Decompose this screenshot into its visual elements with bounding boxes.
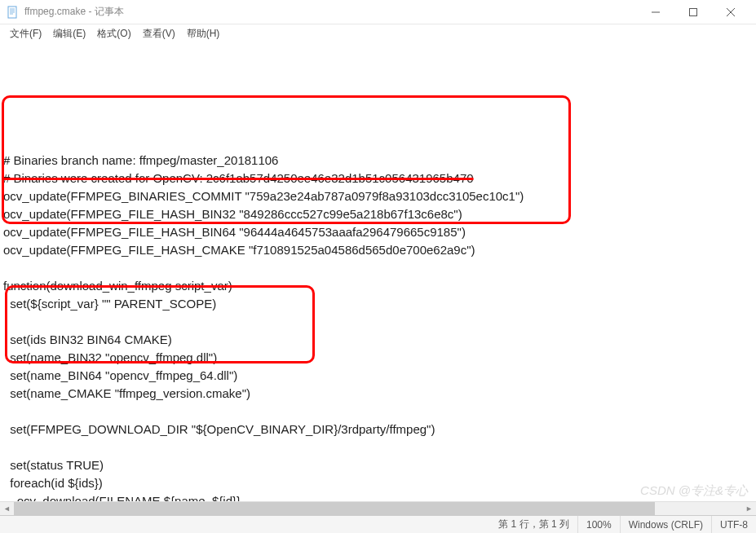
menu-format[interactable]: 格式(O) xyxy=(92,25,135,42)
scrollbar-track[interactable] xyxy=(14,502,742,515)
menubar: 文件(F) 编辑(E) 格式(O) 查看(V) 帮助(H) xyxy=(0,24,756,42)
window-title: ffmpeg.cmake - 记事本 xyxy=(24,5,637,19)
titlebar: ffmpeg.cmake - 记事本 xyxy=(0,0,756,24)
notepad-icon xyxy=(7,6,20,19)
window-controls xyxy=(637,0,749,24)
menu-help[interactable]: 帮助(H) xyxy=(182,25,225,42)
menu-file[interactable]: 文件(F) xyxy=(5,25,46,42)
status-encoding: UTF-8 xyxy=(712,516,756,533)
menu-edit[interactable]: 编辑(E) xyxy=(48,25,91,42)
close-button[interactable] xyxy=(712,0,749,24)
file-content: # Binaries branch name: ffmpeg/master_20… xyxy=(3,152,751,501)
text-editor[interactable]: # Binaries branch name: ffmpeg/master_20… xyxy=(0,42,756,501)
svg-rect-6 xyxy=(690,8,697,15)
statusbar: 第 1 行，第 1 列 100% Windows (CRLF) UTF-8 xyxy=(0,515,756,533)
scroll-left-icon[interactable]: ◄ xyxy=(0,502,14,516)
maximize-button[interactable] xyxy=(674,0,712,24)
status-position: 第 1 行，第 1 列 xyxy=(490,516,578,533)
horizontal-scrollbar[interactable]: ◄ ► xyxy=(0,501,756,515)
status-eol: Windows (CRLF) xyxy=(621,516,712,533)
menu-view[interactable]: 查看(V) xyxy=(138,25,180,42)
scroll-right-icon[interactable]: ► xyxy=(742,502,756,516)
status-zoom: 100% xyxy=(578,516,621,533)
scrollbar-thumb[interactable] xyxy=(14,502,655,515)
minimize-button[interactable] xyxy=(637,0,674,24)
